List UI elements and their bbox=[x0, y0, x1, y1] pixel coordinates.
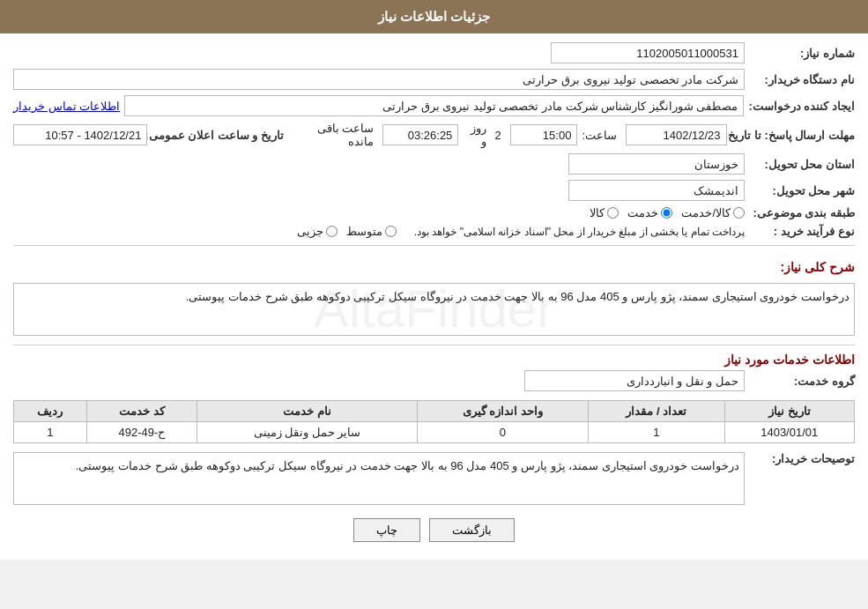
radio-medium[interactable]: متوسط bbox=[346, 225, 397, 238]
cell-service-name: سایر حمل ونقل زمینی bbox=[197, 422, 418, 443]
city-input: اندیمشک bbox=[568, 180, 745, 201]
watermark: AltaFinder bbox=[314, 267, 554, 352]
col-row-num: ردیف bbox=[14, 401, 87, 422]
purchase-note: پرداخت تمام یا بخشی از مبلغ خریدار از مح… bbox=[414, 226, 745, 238]
back-button[interactable]: بازگشت bbox=[429, 518, 515, 542]
requester-input: مصطفی شورانگیز کارشناس شرکت مادر تخصصی ت… bbox=[124, 95, 744, 116]
service-group-input: حمل و نقل و انباردداری bbox=[524, 370, 745, 391]
category-label: طبقه بندی موضوعی: bbox=[749, 206, 855, 219]
category-radio-group: کالا/خدمت خدمت کالا bbox=[590, 206, 745, 219]
purchase-type-radio-group: پرداخت تمام یا بخشی از مبلغ خریدار از مح… bbox=[297, 225, 745, 238]
city-value: اندیمشک bbox=[694, 184, 738, 197]
need-description-box: درخواست خودروی استیجاری سمند، پژو پارس و… bbox=[13, 283, 855, 336]
requester-value: مصطفی شورانگیز کارشناس شرکت مادر تخصصی ت… bbox=[382, 100, 738, 113]
service-group-label: گروه خدمت: bbox=[749, 375, 855, 388]
col-quantity: تعداد / مقدار bbox=[589, 401, 724, 422]
response-time-value: 15:00 bbox=[543, 129, 572, 142]
response-deadline-label: مهلت ارسال پاسخ: تا تاریخ: bbox=[731, 129, 855, 142]
cell-unit: 0 bbox=[417, 422, 589, 443]
col-service-name: نام خدمت bbox=[197, 401, 418, 422]
response-date-value: 1402/12/23 bbox=[663, 129, 720, 142]
buyer-org-input: شرکت مادر تخصصی تولید نیروی برق حرارتی bbox=[13, 69, 745, 90]
remaining-time-input: 03:26:25 bbox=[382, 124, 458, 145]
response-days-value: 2 bbox=[491, 129, 506, 142]
print-button[interactable]: چاپ bbox=[353, 518, 420, 542]
col-date: تاریخ نیاز bbox=[724, 401, 855, 422]
cell-service-code: ح-49-492 bbox=[86, 422, 197, 443]
table-row: 1403/01/01 1 0 سایر حمل ونقل زمینی ح-49-… bbox=[14, 422, 855, 443]
buyer-desc-label: توصیحات خریدار: bbox=[749, 452, 855, 465]
need-description-value: درخواست خودروی استیجاری سمند، پژو پارس و… bbox=[186, 290, 849, 303]
radio-partial[interactable]: جزیی bbox=[297, 225, 338, 238]
need-number-input: 1102005011000531 bbox=[551, 42, 745, 63]
page-title: جزئیات اطلاعات نیاز bbox=[378, 9, 490, 24]
requester-contact-link[interactable]: اطلاعات تماس خریدار bbox=[13, 100, 120, 113]
response-days-label: روز و bbox=[463, 122, 486, 148]
announce-date-value: 1402/12/21 - 10:57 bbox=[45, 129, 141, 142]
remaining-label: ساعت باقی مانده bbox=[293, 122, 374, 148]
cell-quantity: 1 bbox=[589, 422, 724, 443]
need-number-label: شماره نیاز: bbox=[749, 47, 855, 60]
announce-date-label: تاریخ و ساعت اعلان عمومی: bbox=[152, 129, 284, 142]
radio-service[interactable]: خدمت bbox=[627, 206, 672, 219]
page-header: جزئیات اطلاعات نیاز bbox=[0, 0, 868, 33]
buyer-org-label: نام دستگاه خریدار: bbox=[749, 73, 855, 86]
province-label: استان محل تحویل: bbox=[749, 158, 855, 171]
cell-date: 1403/01/01 bbox=[724, 422, 855, 443]
radio-goods-service[interactable]: کالا/خدمت bbox=[681, 206, 745, 219]
cell-row-num: 1 bbox=[14, 422, 87, 443]
response-time-label: ساعت: bbox=[582, 129, 617, 142]
buyer-desc-box: درخواست خودروی استیجاری سمند، پژو پارس و… bbox=[13, 452, 745, 505]
response-time-input: 15:00 bbox=[510, 124, 578, 145]
service-group-value: حمل و نقل و انباردداری bbox=[627, 375, 738, 388]
city-label: شهر محل تحویل: bbox=[749, 184, 855, 197]
service-info-label: اطلاعات خدمات مورد نیاز bbox=[13, 353, 855, 367]
col-service-code: کد خدمت bbox=[86, 401, 197, 422]
remaining-time-value: 03:26:25 bbox=[408, 129, 453, 142]
requester-label: ایجاد کننده درخواست: bbox=[748, 100, 855, 113]
buyer-org-value: شرکت مادر تخصصی تولید نیروی برق حرارتی bbox=[523, 73, 738, 86]
response-date-input: 1402/12/23 bbox=[626, 124, 727, 145]
need-description-label: شرح کلی نیاز: bbox=[781, 260, 855, 274]
buyer-desc-value: درخواست خودروی استیجاری سمند، پژو پارس و… bbox=[76, 459, 739, 472]
radio-goods[interactable]: کالا bbox=[590, 206, 619, 219]
announce-date-input: 1402/12/21 - 10:57 bbox=[13, 124, 147, 145]
button-row: بازگشت چاپ bbox=[13, 518, 855, 542]
need-number-value: 1102005011000531 bbox=[636, 47, 738, 60]
purchase-type-label: نوع فرآیند خرید : bbox=[749, 225, 855, 238]
province-value: خوزستان bbox=[694, 158, 738, 171]
services-table: تاریخ نیاز تعداد / مقدار واحد اندازه گیر… bbox=[13, 400, 855, 443]
services-table-section: تاریخ نیاز تعداد / مقدار واحد اندازه گیر… bbox=[13, 400, 855, 443]
col-unit: واحد اندازه گیری bbox=[417, 401, 589, 422]
province-input: خوزستان bbox=[568, 153, 745, 175]
